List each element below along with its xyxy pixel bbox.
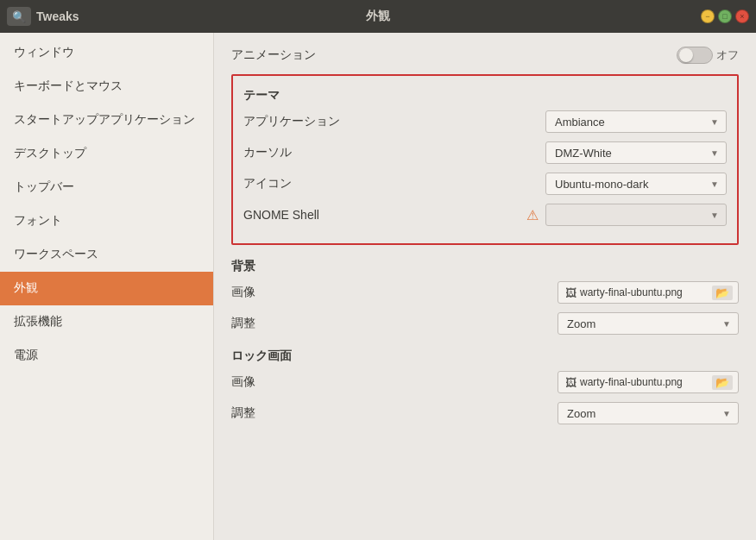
main-layout: ウィンドウ キーボードとマウス スタートアップアプリケーション デスクトップ ト… — [0, 33, 756, 540]
sidebar: ウィンドウ キーボードとマウス スタートアップアプリケーション デスクトップ ト… — [0, 33, 214, 540]
background-section: 背景 画像 🖼 warty-final-ubuntu.png 📂 調整 Zoom… — [231, 259, 739, 335]
titlebar-left: 🔍 Tweaks — [7, 7, 79, 26]
bg-image-label: 画像 — [231, 285, 558, 300]
bg-adjust-dropdown-arrow: ▼ — [722, 319, 731, 329]
lock-adjust-row: 調整 Zoom ▼ — [231, 402, 739, 424]
gnome-shell-label: GNOME Shell — [243, 208, 526, 222]
minimize-button[interactable]: − — [701, 9, 715, 23]
theme-section: テーマ アプリケーション Ambiance ▼ カーソル DMZ-White ▼ — [231, 74, 739, 245]
bg-image-row: 画像 🖼 warty-final-ubuntu.png 📂 — [231, 281, 739, 304]
toggle-off-label: オフ — [716, 47, 739, 63]
gnome-shell-dropdown-arrow: ▼ — [710, 210, 719, 220]
application-label: アプリケーション — [243, 114, 545, 129]
sidebar-item-topbar[interactable]: トップバー — [0, 171, 213, 204]
gnome-shell-dropdown: ▼ — [545, 204, 727, 226]
app-name: Tweaks — [36, 9, 79, 23]
gnome-shell-warning-icon: ⚠ — [526, 207, 539, 223]
theme-section-title: テーマ — [243, 88, 727, 104]
bg-image-value: warty-final-ubuntu.png — [580, 286, 709, 298]
sidebar-item-extensions[interactable]: 拡張機能 — [0, 305, 213, 339]
icon-dropdown-arrow: ▼ — [710, 179, 719, 189]
lock-section: ロック画面 画像 🖼 warty-final-ubuntu.png 📂 調整 Z… — [231, 348, 739, 424]
sidebar-item-appearance[interactable]: 外観 — [0, 272, 213, 305]
window-controls: − □ × — [701, 9, 749, 23]
maximize-button[interactable]: □ — [718, 9, 732, 23]
bg-image-file-icon: 🖼 — [565, 286, 576, 299]
lock-image-picker[interactable]: 🖼 warty-final-ubuntu.png 📂 — [558, 371, 739, 393]
bg-image-picker[interactable]: 🖼 warty-final-ubuntu.png 📂 — [558, 281, 739, 304]
lock-adjust-dropdown-arrow: ▼ — [722, 409, 731, 418]
bg-adjust-value: Zoom — [567, 317, 595, 330]
sidebar-item-power[interactable]: 電源 — [0, 339, 213, 373]
lock-image-browse-icon[interactable]: 📂 — [712, 375, 733, 390]
application-dropdown[interactable]: Ambiance ▼ — [545, 110, 727, 133]
bg-adjust-label: 調整 — [231, 316, 558, 331]
gnome-shell-row: GNOME Shell ⚠ ▼ — [243, 204, 727, 226]
sidebar-item-fonts[interactable]: フォント — [0, 204, 213, 238]
lock-section-title: ロック画面 — [231, 348, 739, 364]
sidebar-item-windows[interactable]: ウィンドウ — [0, 36, 213, 70]
lock-image-value: warty-final-ubuntu.png — [580, 376, 709, 388]
icon-value: Ubuntu-mono-dark — [555, 178, 648, 191]
cursor-dropdown[interactable]: DMZ-White ▼ — [545, 141, 727, 164]
bg-image-browse-icon[interactable]: 📂 — [712, 286, 733, 300]
cursor-dropdown-arrow: ▼ — [710, 148, 719, 158]
sidebar-item-startup[interactable]: スタートアップアプリケーション — [0, 104, 213, 137]
cursor-value: DMZ-White — [555, 147, 612, 160]
close-button[interactable]: × — [735, 9, 749, 23]
lock-image-row: 画像 🖼 warty-final-ubuntu.png 📂 — [231, 371, 739, 393]
lock-adjust-dropdown[interactable]: Zoom ▼ — [558, 402, 739, 424]
icon-row: アイコン Ubuntu-mono-dark ▼ — [243, 173, 727, 195]
application-value: Ambiance — [555, 116, 605, 129]
lock-adjust-label: 調整 — [231, 405, 558, 421]
sidebar-item-desktop[interactable]: デスクトップ — [0, 137, 213, 171]
toggle-knob — [679, 48, 693, 62]
lock-image-label: 画像 — [231, 374, 558, 390]
animation-toggle[interactable]: オフ — [677, 47, 739, 64]
bg-adjust-dropdown[interactable]: Zoom ▼ — [558, 312, 739, 335]
content-area: アニメーション オフ テーマ アプリケーション Ambiance ▼ カ — [214, 33, 756, 540]
lock-adjust-value: Zoom — [567, 407, 595, 420]
search-icon: 🔍 — [12, 10, 26, 23]
sidebar-item-workspaces[interactable]: ワークスペース — [0, 238, 213, 272]
cursor-row: カーソル DMZ-White ▼ — [243, 141, 727, 164]
background-section-title: 背景 — [231, 259, 739, 274]
search-button[interactable]: 🔍 — [7, 7, 31, 26]
window-title: 外観 — [366, 9, 390, 24]
bg-adjust-row: 調整 Zoom ▼ — [231, 312, 739, 335]
animation-label: アニメーション — [231, 47, 677, 63]
titlebar: 🔍 Tweaks 外観 − □ × — [0, 0, 756, 33]
icon-dropdown[interactable]: Ubuntu-mono-dark ▼ — [545, 173, 727, 195]
lock-image-file-icon: 🖼 — [565, 376, 576, 389]
animation-row: アニメーション オフ — [231, 47, 739, 64]
sidebar-item-keyboard[interactable]: キーボードとマウス — [0, 70, 213, 104]
icon-label: アイコン — [243, 176, 545, 192]
cursor-label: カーソル — [243, 145, 545, 160]
toggle-track[interactable] — [677, 47, 713, 64]
application-row: アプリケーション Ambiance ▼ — [243, 110, 727, 133]
application-dropdown-arrow: ▼ — [710, 117, 719, 127]
